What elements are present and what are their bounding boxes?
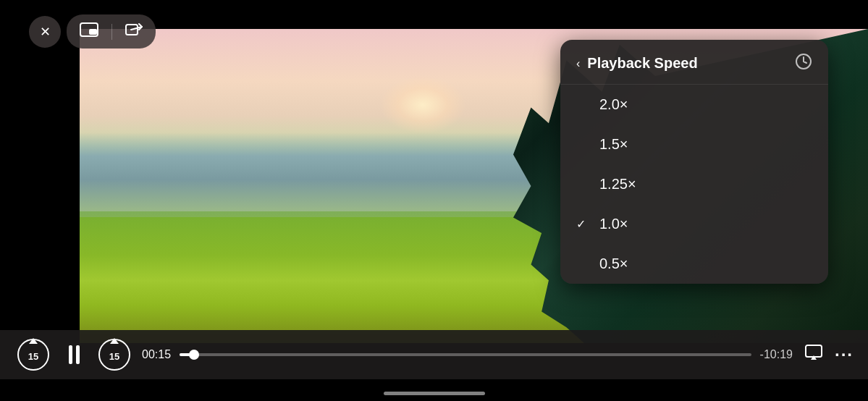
speed-item-0.5x[interactable]: 0.5× (560, 244, 828, 284)
progress-track (180, 353, 751, 356)
pause-bar-right (76, 345, 80, 364)
action-group (67, 14, 156, 48)
replay-seconds: 15 (28, 351, 38, 362)
current-time: 00:15 (142, 348, 171, 361)
svg-rect-5 (806, 345, 822, 357)
progress-container[interactable] (180, 347, 751, 362)
forward-button[interactable]: 15 (96, 336, 133, 373)
replay-circle: 15 (17, 339, 49, 371)
speed-item-1.25x[interactable]: 1.25× (560, 164, 828, 204)
home-indicator (384, 392, 485, 395)
more-options-button[interactable]: ··· (835, 345, 854, 365)
pip-button[interactable] (74, 20, 104, 43)
pip-icon (80, 22, 98, 41)
close-icon: ✕ (40, 24, 51, 40)
check-icon-1x: ✓ (576, 217, 592, 231)
speed-dropdown: ‹ Playback Speed 2.0× 1.5× 1.25× ✓ 1.0× … (560, 40, 828, 284)
pause-bar-left (69, 345, 72, 364)
back-chevron-icon: ‹ (576, 57, 580, 70)
forward-seconds: 15 (109, 351, 119, 362)
clock-icon (795, 53, 812, 74)
speed-dropdown-title: Playback Speed (587, 55, 795, 72)
speed-label-1x: 1.0× (599, 216, 628, 232)
rotate-button[interactable] (119, 19, 148, 44)
speed-dropdown-header: ‹ Playback Speed (560, 40, 828, 85)
speed-label-0.5x: 0.5× (599, 256, 628, 272)
speed-label-1.5x: 1.5× (599, 136, 628, 153)
speed-label-2x: 2.0× (599, 96, 628, 113)
sun (379, 76, 466, 134)
top-controls: ✕ (29, 14, 156, 48)
more-icon: ··· (835, 345, 854, 365)
progress-thumb[interactable] (189, 350, 199, 360)
airplay-icon (804, 344, 823, 366)
remaining-time: -10:19 (760, 348, 793, 361)
replay-button[interactable]: 15 (14, 336, 52, 373)
pause-icon (69, 345, 80, 364)
svg-rect-1 (89, 29, 97, 35)
rotate-icon (125, 22, 143, 41)
divider (111, 24, 112, 40)
pause-button[interactable] (55, 336, 93, 373)
speed-item-1x[interactable]: ✓ 1.0× (560, 204, 828, 244)
speed-item-2x[interactable]: 2.0× (560, 85, 828, 124)
playback-bar: 15 15 00:15 -10:19 ··· (0, 330, 868, 379)
forward-circle: 15 (98, 339, 130, 371)
airplay-button[interactable] (804, 344, 823, 366)
speed-item-1.5x[interactable]: 1.5× (560, 124, 828, 164)
close-button[interactable]: ✕ (29, 16, 61, 48)
speed-label-1.25x: 1.25× (599, 176, 636, 193)
